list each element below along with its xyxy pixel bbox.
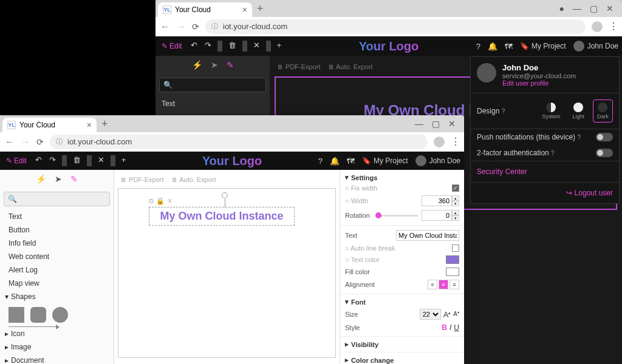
auto-export-button[interactable]: 🗎 Auto. Export <box>328 63 373 70</box>
auto-line-break-checkbox[interactable] <box>452 244 459 252</box>
back-arrow-icon[interactable]: ← <box>160 21 170 32</box>
close-tab-icon[interactable]: × <box>87 120 92 130</box>
two-factor-toggle[interactable] <box>596 149 613 157</box>
push-toggle[interactable] <box>596 133 613 141</box>
step-down-icon[interactable]: ▾ <box>452 215 459 221</box>
chrome-profile-icon[interactable] <box>434 136 445 147</box>
add-icon[interactable]: + <box>119 155 129 166</box>
draw-mode-icon[interactable]: ✎ <box>227 60 234 70</box>
rotation-slider[interactable] <box>375 215 418 217</box>
redo-icon[interactable]: ↷ <box>202 41 214 52</box>
theme-system[interactable]: System <box>538 100 564 122</box>
step-up-icon[interactable]: ▴ <box>452 210 459 215</box>
font-size-select[interactable]: 22 <box>420 309 441 320</box>
draw-mode-icon[interactable]: ✎ <box>70 174 78 184</box>
font-increase-button[interactable]: A▴ <box>443 310 451 319</box>
visibility-header[interactable]: ▸Visibility <box>345 339 459 349</box>
sidebar-item-info-field[interactable]: Info field <box>0 237 114 250</box>
forward-arrow-icon[interactable]: → <box>176 21 186 32</box>
trash-icon[interactable]: 🗑 <box>70 155 83 166</box>
bell-icon[interactable]: 🔔 <box>330 157 340 166</box>
address-bar[interactable]: ⓘ iot.your-cloud.com <box>205 19 586 34</box>
theme-dark[interactable]: Dark <box>593 99 613 123</box>
browser-tab[interactable]: YL Your Cloud × <box>158 2 252 17</box>
font-decrease-button[interactable]: A▾ <box>453 310 459 319</box>
cursor-mode-icon[interactable]: ➤ <box>211 60 218 70</box>
sidebar-item-web-content[interactable]: Web content <box>0 250 114 263</box>
connect-mode-icon[interactable]: ⚡ <box>192 60 202 70</box>
search-input[interactable] <box>4 192 110 206</box>
edit-button[interactable]: ✎ Edit <box>4 157 29 165</box>
forward-arrow-icon[interactable]: → <box>21 136 30 147</box>
add-icon[interactable]: + <box>275 41 284 52</box>
delete-icon[interactable]: ✕ <box>167 197 173 205</box>
sidebar-item-text[interactable]: Text <box>156 96 270 112</box>
user-menu-button[interactable]: John Doe <box>415 155 460 166</box>
trash-icon[interactable]: 🗑 <box>226 41 239 52</box>
minimize-icon[interactable]: — <box>415 119 423 129</box>
logout-button[interactable]: ↪ Logout user <box>471 182 619 203</box>
pdf-export-button[interactable]: 🗎 PDF-Export <box>277 63 321 70</box>
rotation-input[interactable] <box>422 210 452 221</box>
rotate-handle[interactable] <box>222 192 228 198</box>
step-up-icon[interactable]: ▴ <box>452 195 459 201</box>
shape-square[interactable] <box>9 307 24 323</box>
close-window-icon[interactable]: ✕ <box>448 119 456 129</box>
width-input[interactable] <box>422 195 452 206</box>
sidebar-group-shapes[interactable]: ▾Shapes <box>0 290 114 303</box>
address-bar[interactable]: ⓘ iot.your-cloud.com <box>50 135 428 149</box>
close-icon[interactable]: ✕ <box>251 41 262 52</box>
italic-button[interactable]: I <box>449 323 451 332</box>
back-arrow-icon[interactable]: ← <box>5 136 15 147</box>
reload-icon[interactable]: ⟳ <box>192 22 199 32</box>
sidebar-item-button[interactable]: Button <box>0 223 114 237</box>
help-icon[interactable]: ? <box>476 42 480 51</box>
browser-tab[interactable]: YL Your Cloud × <box>2 118 97 132</box>
shape-circle[interactable] <box>52 307 68 323</box>
edit-button[interactable]: ✎ Edit <box>159 42 185 50</box>
project-button[interactable]: 🔖 My Project <box>362 157 408 165</box>
sidebar-group-image[interactable]: ▸Image <box>0 340 114 354</box>
close-icon[interactable]: ✕ <box>95 155 107 166</box>
auto-export-button[interactable]: 🗎 Auto. Export <box>171 176 216 183</box>
text-color-swatch[interactable] <box>446 255 459 264</box>
search-input[interactable] <box>159 78 266 92</box>
chrome-menu-icon[interactable]: ⋮ <box>609 21 617 32</box>
chrome-menu-icon[interactable]: ⋮ <box>451 136 459 147</box>
settings-header[interactable]: ▾Settings <box>345 172 459 183</box>
bell-icon[interactable]: 🔔 <box>488 42 497 51</box>
dashboard-canvas-light[interactable]: ⧉ 🔒 ✕ My Own Cloud Instance <box>118 188 336 358</box>
font-header[interactable]: ▾Font <box>345 297 459 307</box>
reload-icon[interactable]: ⟳ <box>36 137 44 147</box>
fill-color-swatch[interactable] <box>446 268 459 276</box>
new-tab-button[interactable]: + <box>257 2 264 15</box>
project-button[interactable]: 🔖 My Project <box>520 42 566 50</box>
fix-width-checkbox[interactable]: ✓ <box>452 184 459 192</box>
undo-icon[interactable]: ↶ <box>188 41 200 52</box>
lock-icon[interactable]: 🔒 <box>156 197 165 205</box>
redo-icon[interactable]: ↷ <box>47 155 58 166</box>
edit-profile-link[interactable]: Edit user profile <box>502 79 576 87</box>
user-menu-button[interactable]: John Doe <box>573 41 618 52</box>
pdf-export-button[interactable]: 🗎 PDF-Export <box>120 176 164 183</box>
bold-button[interactable]: B <box>442 323 447 332</box>
color-change-header[interactable]: ▸Color change <box>345 355 459 364</box>
minimize-dot-icon[interactable]: ● <box>559 4 564 13</box>
minimize-icon[interactable]: — <box>573 4 581 13</box>
sidebar-group-document[interactable]: ▸Document <box>0 354 114 364</box>
sidebar-item-alert-log[interactable]: Alert Log <box>0 263 114 277</box>
align-center-button[interactable]: ≡ <box>439 280 448 289</box>
map-pin-icon[interactable]: 🗺 <box>505 42 513 51</box>
new-tab-button[interactable]: + <box>101 118 108 130</box>
help-icon[interactable]: ? <box>318 157 323 166</box>
connect-mode-icon[interactable]: ⚡ <box>36 174 46 184</box>
maximize-icon[interactable]: ▢ <box>590 4 598 13</box>
copy-icon[interactable]: ⧉ <box>149 197 154 205</box>
maximize-icon[interactable]: ▢ <box>432 119 440 129</box>
security-center-link[interactable]: Security Center <box>471 161 619 182</box>
selected-text-element[interactable]: My Own Cloud Instance <box>149 207 295 226</box>
underline-button[interactable]: U <box>454 323 459 332</box>
chrome-profile-icon[interactable] <box>592 21 603 32</box>
sidebar-item-map-view[interactable]: Map view <box>0 277 114 290</box>
shape-rounded[interactable] <box>30 307 46 323</box>
